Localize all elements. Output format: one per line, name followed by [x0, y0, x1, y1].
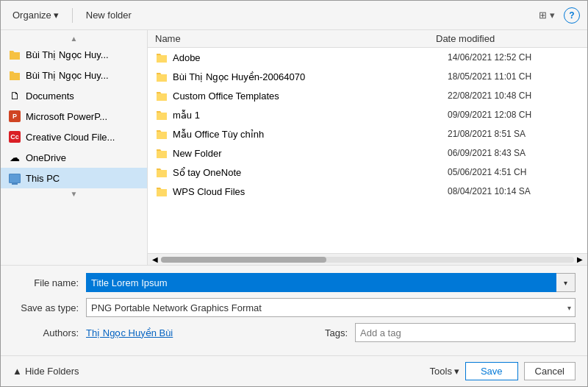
hscroll-track: [161, 257, 574, 263]
new-folder-label: New folder: [86, 10, 132, 21]
authors-value[interactable]: Thị Ngọc Huyền Bùi: [86, 327, 173, 338]
hide-folders-button[interactable]: ▲ Hide Folders: [12, 366, 79, 377]
nav-item-onedrive[interactable]: ☁ OneDrive: [1, 147, 147, 168]
document-icon: 🗋: [8, 89, 21, 102]
nav-item-creative-cloud[interactable]: Cc Creative Cloud File...: [1, 127, 147, 147]
file-name: Mẫu Office Tùy chỉnh: [173, 129, 448, 140]
toolbar-separator: [72, 8, 73, 23]
file-name-label: File name:: [12, 277, 86, 288]
file-name: New Folder: [173, 148, 448, 159]
table-row[interactable]: Adobe14/06/2021 12:52 CH: [148, 48, 587, 67]
folder-icon: [155, 146, 168, 160]
nav-item-label: Creative Cloud File...: [26, 132, 115, 143]
table-row[interactable]: Bùi Thị Ngọc Huyền-2006407018/05/2021 11…: [148, 67, 587, 86]
tags-input[interactable]: [355, 323, 576, 342]
table-row[interactable]: Custom Office Templates22/08/2021 10:48 …: [148, 86, 587, 105]
powerpoint-icon: P: [8, 110, 21, 123]
file-name: WPS Cloud Files: [173, 186, 448, 197]
authors-label: Authors:: [12, 327, 86, 338]
col-header-date: Date modified: [436, 33, 568, 44]
file-name-input-wrap: ▾: [86, 273, 576, 292]
file-date: 05/06/2021 4:51 CH: [448, 167, 580, 177]
folder-icon: [155, 108, 168, 121]
col-header-name: Name: [155, 33, 436, 44]
scroll-up-indicator: ▲: [1, 33, 147, 44]
table-row[interactable]: New Folder06/09/2021 8:43 SA: [148, 143, 587, 163]
nav-item-label: Documents: [26, 90, 74, 102]
table-row[interactable]: Mẫu Office Tùy chỉnh21/08/2021 8:51 SA: [148, 124, 587, 143]
footer-right: Tools ▾ Save Cancel: [430, 362, 576, 380]
file-date: 14/06/2021 12:52 CH: [448, 52, 580, 63]
file-name-dropdown-btn[interactable]: ▾: [556, 273, 576, 292]
nav-item-label: This PC: [26, 173, 60, 184]
help-icon: ?: [569, 10, 574, 21]
main-content: ▲ Bùi Thị Ngọc Huy... Bùi Thị Ngọc Huy..…: [1, 30, 587, 265]
folder-icon: [155, 127, 168, 141]
new-folder-button[interactable]: New folder: [82, 7, 136, 23]
folder-icon: [155, 51, 168, 64]
col-scroll-placeholder: [568, 33, 580, 44]
table-row[interactable]: WPS Cloud Files08/04/2021 10:14 SA: [148, 182, 587, 201]
save-dialog: Organize ▾ New folder ⊞ ▾ ? ▲ Bùi: [0, 0, 588, 387]
bottom-form-area: File name: ▾ Save as type: PNG Portable …: [1, 265, 587, 355]
help-button[interactable]: ?: [564, 7, 580, 24]
save-type-select-wrap: PNG Portable Network Graphics Format ▾: [86, 298, 576, 317]
file-name: Sổ tay OneNote: [173, 167, 448, 178]
table-row[interactable]: Sổ tay OneNote05/06/2021 4:51 CH: [148, 163, 587, 182]
nav-item-bui1[interactable]: Bùi Thị Ngọc Huy...: [1, 44, 147, 65]
nav-item-documents[interactable]: 🗋 Documents: [1, 85, 147, 106]
toolbar: Organize ▾ New folder ⊞ ▾ ?: [1, 1, 587, 30]
organize-arrow: ▾: [54, 10, 59, 21]
file-date: 18/05/2021 11:01 CH: [448, 71, 580, 82]
footer: ▲ Hide Folders Tools ▾ Save Cancel: [1, 355, 587, 386]
nav-item-this-pc[interactable]: This PC: [1, 168, 147, 188]
hscroll-left-btn[interactable]: ◀: [149, 255, 161, 263]
file-name: mẫu 1: [173, 110, 448, 121]
tools-arrow: ▾: [454, 366, 459, 377]
folder-icon: [8, 48, 21, 61]
save-type-label: Save as type:: [12, 302, 86, 313]
file-list[interactable]: Adobe14/06/2021 12:52 CHBùi Thị Ngọc Huy…: [148, 48, 587, 253]
save-button[interactable]: Save: [465, 362, 518, 380]
nav-item-powerpoint[interactable]: P Microsoft PowerP...: [1, 106, 147, 127]
organize-button[interactable]: Organize ▾: [8, 7, 63, 23]
left-nav-panel: ▲ Bùi Thị Ngọc Huy... Bùi Thị Ngọc Huy..…: [1, 30, 148, 265]
file-list-header: Name Date modified: [148, 30, 587, 48]
onedrive-icon: ☁: [8, 151, 21, 164]
file-name: Adobe: [173, 52, 448, 63]
right-panel: Name Date modified Adobe14/06/2021 12:52…: [148, 30, 587, 265]
nav-item-bui2[interactable]: Bùi Thị Ngọc Huy...: [1, 65, 147, 85]
tags-label: Tags:: [325, 327, 355, 338]
file-date: 08/04/2021 10:14 SA: [448, 186, 580, 196]
save-type-select[interactable]: PNG Portable Network Graphics Format: [86, 298, 576, 317]
file-name-row: File name: ▾: [12, 273, 576, 292]
cancel-label: Cancel: [535, 366, 564, 377]
horizontal-scrollbar[interactable]: ◀ ▶: [148, 253, 587, 265]
save-type-row: Save as type: PNG Portable Network Graph…: [12, 298, 576, 317]
creative-cloud-icon: Cc: [8, 130, 21, 143]
folder-icon: [8, 68, 21, 82]
nav-item-label: OneDrive: [26, 152, 66, 163]
file-date: 21/08/2021 8:51 SA: [448, 129, 580, 139]
view-toggle-button[interactable]: ⊞ ▾: [534, 7, 559, 24]
authors-tags-row: Authors: Thị Ngọc Huyền Bùi Tags:: [12, 323, 576, 342]
table-row[interactable]: mẫu 109/09/2021 12:08 CH: [148, 105, 587, 124]
save-label: Save: [481, 366, 503, 377]
hscroll-right-btn[interactable]: ▶: [574, 255, 586, 263]
file-date: 22/08/2021 10:48 CH: [448, 90, 580, 101]
folder-icon: [155, 166, 168, 179]
file-name: Custom Office Templates: [173, 90, 448, 102]
tools-button[interactable]: Tools ▾: [430, 366, 459, 377]
nav-item-label: Bùi Thị Ngọc Huy...: [26, 70, 109, 81]
organize-label: Organize: [12, 10, 51, 21]
folder-icon: [155, 70, 168, 83]
hide-folders-arrow: ▲: [12, 366, 22, 377]
hide-folders-label: Hide Folders: [25, 366, 79, 377]
cancel-button[interactable]: Cancel: [524, 362, 576, 380]
tools-label: Tools: [430, 366, 452, 377]
folder-icon: [155, 89, 168, 102]
nav-item-label: Microsoft PowerP...: [26, 111, 107, 122]
file-name-input[interactable]: [86, 273, 556, 292]
toolbar-right: ⊞ ▾ ?: [534, 7, 580, 24]
view-icon: ⊞: [539, 10, 547, 21]
